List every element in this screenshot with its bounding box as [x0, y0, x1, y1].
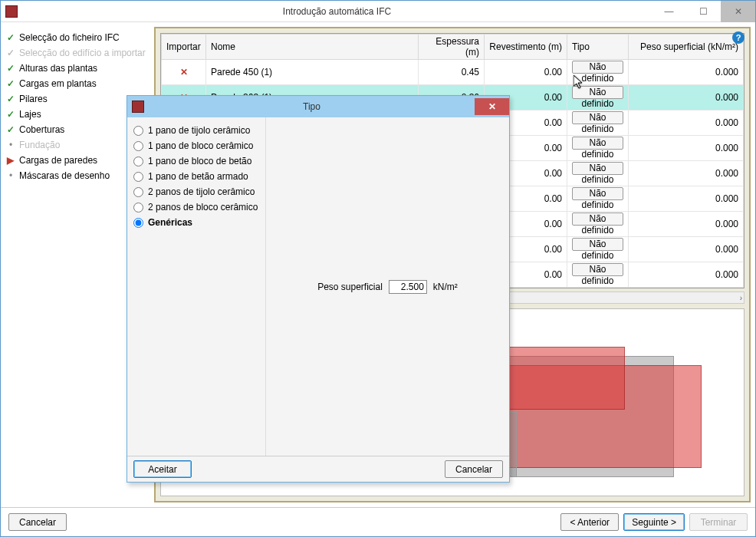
tipo-button[interactable]: Não definido	[572, 61, 623, 74]
peso-cell: 0.000	[629, 161, 744, 186]
col-tipo[interactable]: Tipo	[567, 35, 629, 60]
tipo-cell[interactable]: Não definido	[567, 161, 629, 186]
dialog-title: Tipo	[149, 101, 475, 112]
radio-input[interactable]	[133, 141, 143, 151]
next-button[interactable]: Seguinte >	[623, 513, 685, 531]
option-label: 1 pano de betão armado	[148, 171, 248, 182]
tipo-cell[interactable]: Não definido	[567, 212, 629, 237]
tipo-option[interactable]: 1 pano de betão armado	[133, 171, 259, 182]
tipo-button[interactable]: Não definido	[572, 187, 623, 200]
tipo-button[interactable]: Não definido	[572, 263, 623, 276]
sidebar-item-label: Selecção do edifício a importar	[19, 48, 146, 58]
sidebar-item-label: Fundação	[19, 140, 60, 150]
tipo-option[interactable]: 1 pano de bloco cerâmico	[133, 140, 259, 151]
tipo-cell[interactable]: Não definido	[567, 60, 629, 85]
peso-cell: 0.000	[629, 186, 744, 212]
check-icon: ✓	[7, 48, 15, 58]
col-nome[interactable]: Nome	[206, 35, 419, 60]
tipo-cell[interactable]: Não definido	[567, 262, 629, 288]
option-label: 2 panos de bloco cerâmico	[148, 202, 258, 212]
sidebar-item-1[interactable]: ✓Selecção do edifício a importar	[7, 45, 148, 61]
tipo-option[interactable]: 1 pano de bloco de betão	[133, 156, 259, 166]
dialog-close-icon[interactable]: ✕	[475, 98, 509, 115]
option-label: 1 pano de bloco de betão	[148, 156, 251, 166]
option-label: Genéricas	[148, 217, 192, 228]
sidebar-item-label: Máscaras de desenho	[19, 170, 110, 181]
peso-cell: 0.000	[629, 85, 744, 110]
maximize-button[interactable]: ☐	[686, 1, 721, 22]
check-icon: ✓	[7, 124, 15, 135]
cancel-button[interactable]: Cancelar	[8, 513, 67, 531]
option-label: 1 pano de tijolo cerâmico	[148, 125, 250, 136]
peso-cell: 0.000	[629, 237, 744, 262]
check-icon: ✓	[7, 78, 15, 89]
tipo-button[interactable]: Não definido	[572, 162, 623, 175]
sidebar-item-0[interactable]: ✓Selecção do ficheiro IFC	[7, 30, 148, 45]
check-icon: ✓	[7, 109, 15, 120]
tipo-option[interactable]: 2 panos de bloco cerâmico	[133, 202, 259, 212]
option-label: 1 pano de bloco cerâmico	[148, 140, 253, 151]
close-button[interactable]: ✕	[721, 1, 755, 22]
help-icon[interactable]: ?	[732, 31, 744, 44]
tipo-options: 1 pano de tijolo cerâmico1 pano de bloco…	[127, 117, 265, 456]
sidebar-item-label: Cargas em plantas	[19, 78, 97, 89]
peso-unit: kN/m²	[433, 282, 458, 292]
titlebar: Introdução automática IFC — ☐ ✕	[1, 1, 755, 22]
previous-button[interactable]: < Anterior	[560, 513, 619, 531]
minimize-button[interactable]: —	[652, 1, 686, 22]
table-row[interactable]: ✕Parede 450 (1)0.450.00Não definido0.000	[162, 60, 744, 85]
import-cell[interactable]: ✕	[162, 60, 206, 85]
bullet-icon: •	[7, 140, 15, 150]
tipo-option[interactable]: 2 panos de tijolo cerâmico	[133, 186, 259, 197]
radio-input[interactable]	[133, 172, 143, 182]
tipo-cell[interactable]: Não definido	[567, 186, 629, 212]
peso-cell: 0.000	[629, 110, 744, 136]
sidebar-item-label: Pilares	[19, 94, 48, 104]
peso-cell: 0.000	[629, 262, 744, 288]
peso-input[interactable]	[389, 280, 427, 294]
sidebar-item-label: Lajes	[19, 109, 41, 120]
col-espessura[interactable]: Espessura (m)	[419, 35, 485, 60]
col-peso[interactable]: Peso superficial (kN/m²)	[629, 35, 744, 60]
col-importar[interactable]: Importar	[162, 35, 206, 60]
sidebar-item-label: Coberturas	[19, 124, 64, 135]
dialog-cancel-button[interactable]: Cancelar	[445, 460, 503, 478]
peso-label: Peso superficial	[317, 282, 383, 292]
tipo-button[interactable]: Não definido	[572, 137, 623, 150]
tipo-option[interactable]: Genéricas	[133, 217, 259, 228]
x-icon: ✕	[180, 67, 188, 77]
tipo-option[interactable]: 1 pano de tijolo cerâmico	[133, 125, 259, 136]
tipo-cell[interactable]: Não definido	[567, 85, 629, 110]
peso-cell: 0.000	[629, 136, 744, 161]
arrow-icon: ▶	[7, 155, 15, 166]
col-revestimento[interactable]: Revestimento (m)	[485, 35, 567, 60]
nome-cell: Parede 450 (1)	[206, 60, 419, 85]
tipo-cell[interactable]: Não definido	[567, 136, 629, 161]
tipo-button[interactable]: Não definido	[572, 212, 623, 226]
radio-input[interactable]	[133, 218, 143, 228]
peso-parameter: Peso superficial kN/m²	[265, 117, 509, 456]
tipo-cell[interactable]: Não definido	[567, 237, 629, 262]
sidebar-item-label: Cargas de paredes	[19, 155, 97, 166]
tipo-cell[interactable]: Não definido	[567, 110, 629, 136]
window-title: Introdução automática IFC	[22, 6, 652, 17]
tipo-button[interactable]: Não definido	[572, 86, 623, 99]
tipo-button[interactable]: Não definido	[572, 111, 623, 124]
sidebar-item-2[interactable]: ✓Alturas das plantas	[7, 61, 148, 76]
check-icon: ✓	[7, 32, 15, 43]
bullet-icon: •	[7, 170, 15, 181]
main-window: Introdução automática IFC — ☐ ✕ ✓Selecçã…	[0, 0, 756, 537]
radio-input[interactable]	[133, 156, 143, 166]
radio-input[interactable]	[133, 203, 143, 212]
app-icon	[5, 5, 18, 18]
option-label: 2 panos de tijolo cerâmico	[148, 186, 255, 197]
wizard-footer: Cancelar < Anterior Seguinte > Terminar	[1, 507, 755, 536]
radio-input[interactable]	[133, 126, 143, 136]
tipo-dialog: Tipo ✕ 1 pano de tijolo cerâmico1 pano d…	[127, 95, 510, 483]
sidebar-item-label: Alturas das plantas	[19, 63, 97, 74]
radio-input[interactable]	[133, 187, 143, 197]
sidebar-item-3[interactable]: ✓Cargas em plantas	[7, 76, 148, 91]
tipo-button[interactable]: Não definido	[572, 238, 623, 251]
finish-button: Terminar	[689, 513, 748, 531]
accept-button[interactable]: Aceitar	[133, 460, 192, 478]
